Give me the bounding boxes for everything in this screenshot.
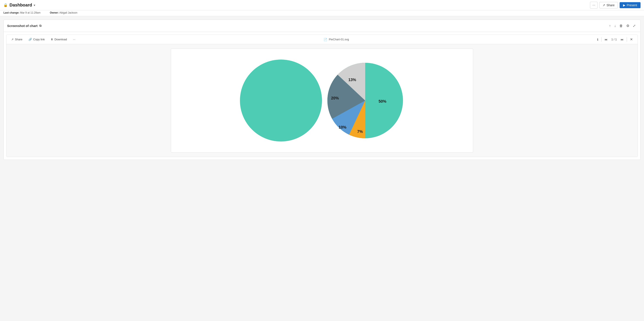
present-button[interactable]: ▶ Present bbox=[620, 2, 640, 8]
top-header: 🔒 Dashboard ▾ ··· ↗ Share ▶ Present bbox=[0, 0, 644, 10]
header-left: 🔒 Dashboard ▾ bbox=[4, 2, 35, 7]
page-separator: / bbox=[614, 38, 615, 41]
lock-icon: 🔒 bbox=[4, 3, 8, 7]
settings-button[interactable]: ⚙ bbox=[625, 22, 630, 29]
viewer-toolbar: ↗ Share 🔗 Copy link ⬇ Download ··· bbox=[6, 35, 638, 44]
download-button[interactable]: ⬇ Download bbox=[50, 37, 68, 42]
pie-chart bbox=[238, 57, 324, 144]
last-page-button[interactable]: ⏭ bbox=[620, 37, 625, 42]
label-10: 10% bbox=[339, 125, 346, 129]
last-change-value: Mar 9 at 11:29am bbox=[20, 11, 40, 14]
file-type-icon: 📄 bbox=[324, 38, 327, 41]
viewer-share-button[interactable]: ↗ Share bbox=[10, 37, 24, 42]
toolbar-right: ℹ ⏮ 1 / 1 ⏭ ✕ bbox=[596, 36, 634, 42]
pie-chart-correct: 50% 7% 10% 20% 13% bbox=[324, 59, 406, 142]
present-label: Present bbox=[627, 3, 637, 7]
share-icon: ↗ bbox=[602, 3, 605, 7]
toolbar-left: ↗ Share 🔗 Copy link ⬇ Download ··· bbox=[10, 37, 77, 42]
share-icon-small: ↗ bbox=[11, 38, 14, 41]
more-options-button[interactable]: ··· bbox=[590, 2, 598, 9]
chart-area: 50% 7% 10% 20% 13% bbox=[6, 44, 638, 157]
divider-2 bbox=[627, 37, 627, 42]
meta-bar: Last change: Mar 9 at 11:29am Owner: Abi… bbox=[0, 10, 644, 16]
copy-link-label: Copy link bbox=[33, 38, 45, 41]
card-header: Screenshot of chart ⧉ ↑ ↓ 🗑 ⚙ ⤢ bbox=[4, 20, 640, 32]
share-button[interactable]: ↗ Share bbox=[599, 2, 618, 8]
share-label: Share bbox=[606, 3, 614, 7]
label-13: 13% bbox=[348, 78, 356, 82]
move-up-button[interactable]: ↑ bbox=[608, 23, 612, 29]
info-button[interactable]: ℹ bbox=[596, 37, 600, 42]
card-title-area: Screenshot of chart ⧉ bbox=[7, 24, 42, 28]
owner-label: Owner: bbox=[50, 11, 59, 14]
page-current: 1 bbox=[612, 38, 613, 41]
card-title-text: Screenshot of chart bbox=[7, 24, 38, 28]
viewer-share-label: Share bbox=[15, 38, 22, 41]
viewer-more-button[interactable]: ··· bbox=[72, 37, 77, 42]
copy-link-button[interactable]: 🔗 Copy link bbox=[27, 37, 46, 42]
external-link-icon[interactable]: ⧉ bbox=[39, 24, 42, 28]
file-name: PieChart-01.svg bbox=[329, 38, 349, 41]
download-label: Download bbox=[54, 38, 67, 41]
first-page-button[interactable]: ⏮ bbox=[603, 37, 609, 42]
label-7: 7% bbox=[357, 129, 363, 134]
play-icon: ▶ bbox=[623, 3, 626, 7]
header-right: ··· ↗ Share ▶ Present bbox=[590, 2, 640, 9]
page-title: Dashboard bbox=[10, 2, 32, 7]
label-50: 50% bbox=[378, 99, 386, 104]
owner-value: Abigail Jackson bbox=[60, 11, 77, 14]
link-icon: 🔗 bbox=[28, 38, 32, 41]
main-content: Screenshot of chart ⧉ ↑ ↓ 🗑 ⚙ ⤢ ↗ Share bbox=[0, 16, 644, 163]
screenshot-card: Screenshot of chart ⧉ ↑ ↓ 🗑 ⚙ ⤢ ↗ Share bbox=[4, 20, 640, 160]
download-icon: ⬇ bbox=[51, 38, 53, 41]
card-actions: ↑ ↓ 🗑 ⚙ ⤢ bbox=[608, 22, 637, 29]
move-down-button[interactable]: ↓ bbox=[613, 23, 617, 29]
expand-button[interactable]: ⤢ bbox=[632, 22, 637, 29]
segment-50 bbox=[240, 59, 322, 142]
toolbar-center: 📄 PieChart-01.svg bbox=[324, 38, 349, 41]
delete-button[interactable]: 🗑 bbox=[618, 23, 624, 29]
chevron-down-icon[interactable]: ▾ bbox=[34, 3, 35, 7]
chart-container: 50% 7% 10% 20% 13% bbox=[171, 48, 473, 153]
close-viewer-button[interactable]: ✕ bbox=[629, 36, 634, 42]
page-indicator: 1 / 1 bbox=[610, 38, 618, 41]
divider-1 bbox=[601, 37, 602, 42]
label-20: 20% bbox=[331, 96, 339, 100]
last-change-label: Last change: bbox=[4, 11, 20, 14]
more-icon: ··· bbox=[73, 38, 75, 41]
page-total: 1 bbox=[615, 38, 617, 41]
file-viewer: ↗ Share 🔗 Copy link ⬇ Download ··· bbox=[6, 34, 638, 157]
